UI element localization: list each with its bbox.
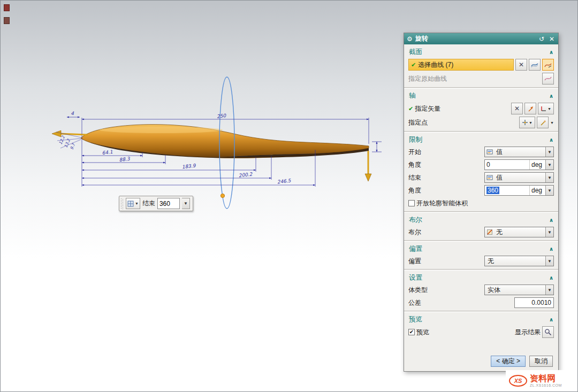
tolerance-label: 公差 — [408, 298, 421, 308]
select-curve-label: 选择曲线 (7) — [418, 60, 453, 70]
axis-icon — [541, 105, 547, 112]
close-icon[interactable]: ✕ — [548, 36, 556, 42]
point-icon — [522, 119, 528, 126]
chevron-up-icon[interactable]: ∧ — [549, 275, 553, 281]
body-type-label: 体类型 — [408, 286, 428, 295]
settings-header-label: 设置 — [409, 273, 422, 282]
boolean-label: 布尔 — [408, 228, 421, 237]
end-angle-field[interactable]: 360 deg ▼ — [484, 185, 554, 196]
origin-curve-button[interactable] — [542, 73, 554, 84]
chevron-up-icon[interactable]: ∧ — [549, 246, 553, 252]
application-window: 250 4 12.2 13.2 9.7 64.1 88.3 183.9 200.… — [0, 0, 578, 392]
separator — [404, 211, 558, 213]
chevron-down-icon[interactable]: ▼ — [545, 256, 553, 266]
end-angle-input[interactable] — [157, 198, 180, 209]
chevron-down-icon[interactable]: ▼ — [545, 227, 553, 237]
start-angle-field[interactable]: 0 deg ▼ — [484, 159, 554, 170]
boolean-dropdown[interactable]: 无 ▼ — [484, 227, 554, 237]
axis-arrow-left[interactable] — [52, 130, 88, 137]
chevron-down-icon: ▼ — [547, 107, 551, 111]
dim-label-9-7: 9.7 — [69, 142, 76, 151]
end-angle-label: 角度 — [408, 186, 421, 195]
dim-label-183-9: 183.9 — [181, 163, 196, 170]
check-icon: ✔ — [408, 105, 413, 112]
chevron-up-icon[interactable]: ∧ — [549, 217, 553, 223]
angle-drag-handle[interactable] — [220, 194, 224, 197]
deselect-button[interactable]: ✕ — [515, 59, 527, 71]
cancel-button[interactable]: 取消 — [529, 356, 553, 367]
end-angle-value[interactable]: 360 — [486, 187, 499, 194]
specify-origin-curve-label[interactable]: 指定原始曲线 — [408, 74, 447, 83]
chevron-up-icon[interactable]: ∧ — [549, 137, 553, 143]
preview-checkbox[interactable]: ✔ — [408, 329, 415, 335]
body-type-dropdown[interactable]: 实体 ▼ — [484, 285, 554, 295]
limit-type-dropdown[interactable]: ▼ — [126, 198, 140, 209]
offset-dropdown[interactable]: 无 ▼ — [484, 256, 554, 266]
limit-header-label: 限制 — [409, 135, 422, 144]
end-angle-dropdown[interactable]: ▼ — [182, 198, 190, 209]
section-header-axis[interactable]: 轴 ∧ — [404, 89, 558, 102]
viewport-marker-icon — [4, 4, 10, 11]
hull-highlight — [100, 127, 223, 133]
ok-button[interactable]: < 确定 > — [491, 356, 526, 367]
section-header-offset[interactable]: 偏置 ∧ — [404, 242, 558, 255]
end-type-dropdown[interactable]: 值 ▼ — [484, 172, 554, 183]
chevron-down-icon[interactable]: ▼ — [545, 186, 553, 195]
snap-point-button[interactable] — [537, 117, 549, 128]
value-option-icon — [486, 149, 493, 155]
watermark-logo: XS — [509, 375, 527, 387]
section-header-section[interactable]: 截面 ∧ — [404, 45, 558, 58]
chevron-down-icon[interactable]: ▼ — [545, 173, 553, 182]
point-dialog-dropdown[interactable]: ▼ — [519, 117, 535, 128]
chevron-down-icon[interactable]: ▼ — [545, 285, 553, 295]
chevron-down-icon[interactable]: ▼ — [545, 147, 553, 157]
dim-label-250: 250 — [216, 113, 227, 119]
dim-label-200-2: 200.2 — [238, 171, 253, 178]
start-type-dropdown[interactable]: 值 ▼ — [484, 147, 554, 157]
end-label: 结束 — [408, 173, 421, 182]
wand-icon — [539, 119, 546, 126]
start-angle-value[interactable]: 0 — [485, 160, 529, 170]
open-profile-checkbox[interactable] — [408, 200, 415, 206]
start-type-value: 值 — [495, 148, 545, 157]
dim-label-4: 4 — [71, 111, 74, 116]
drag-handle[interactable] — [121, 198, 124, 209]
chevron-up-icon[interactable]: ∧ — [549, 93, 553, 99]
point-options-caret[interactable]: ▼ — [550, 121, 554, 125]
curve-rule-button[interactable] — [529, 59, 541, 71]
vector-deselect-button[interactable]: ✕ — [511, 103, 523, 114]
select-curve-field[interactable]: ✔ 选择曲线 (7) — [408, 59, 514, 71]
section-header-limit[interactable]: 限制 ∧ — [404, 133, 558, 145]
onscreen-input-toolbar[interactable]: ▼ 结束 ▼ — [119, 196, 193, 211]
vector-type-dropdown[interactable]: ▼ — [538, 103, 554, 114]
dialog-titlebar[interactable]: ⚙ 旋转 ↺ ✕ — [404, 33, 558, 44]
curve-select-button[interactable] — [542, 59, 554, 71]
limit-type-icon — [127, 201, 134, 207]
section-header-settings[interactable]: 设置 ∧ — [404, 271, 558, 283]
chevron-up-icon[interactable]: ∧ — [549, 49, 553, 55]
chevron-down-icon[interactable]: ▼ — [545, 160, 553, 170]
watermark: XS 资料网 ZL.XS1616.COM — [506, 370, 577, 391]
magnifier-icon — [544, 328, 552, 336]
preview-header-label: 预览 — [409, 315, 422, 324]
vector-dialog-button[interactable] — [524, 103, 536, 114]
offset-header-label: 偏置 — [409, 244, 422, 253]
curve-edit-icon — [544, 62, 552, 68]
chevron-up-icon[interactable]: ∧ — [549, 317, 553, 322]
separator — [404, 240, 558, 242]
separator — [404, 87, 558, 89]
tolerance-input[interactable]: 0.0010 — [514, 297, 554, 308]
reset-icon[interactable]: ↺ — [538, 36, 545, 42]
show-result-button[interactable] — [542, 326, 554, 338]
specify-vector-label[interactable]: 指定矢量 — [415, 104, 440, 113]
direction-arrow-down[interactable] — [365, 151, 371, 181]
separator — [404, 131, 558, 133]
section-header-boolean[interactable]: 布尔 ∧ — [404, 213, 558, 226]
separator — [404, 311, 558, 312]
dim-label-88-3: 88.3 — [119, 156, 131, 163]
section-header-label: 截面 — [409, 48, 422, 57]
offset-label: 偏置 — [408, 257, 421, 266]
end-label: 结束 — [142, 199, 155, 208]
specify-point-label[interactable]: 指定点 — [408, 118, 428, 127]
section-header-preview[interactable]: 预览 ∧ — [404, 313, 558, 325]
